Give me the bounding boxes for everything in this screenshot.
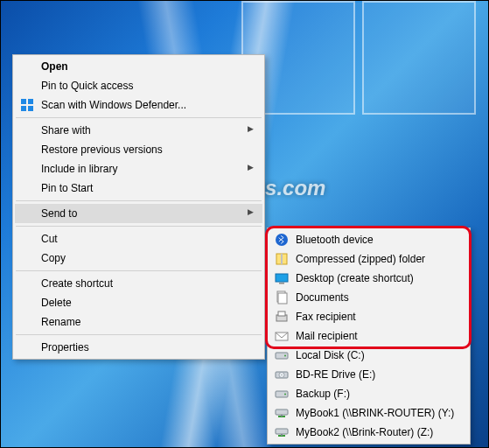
menu-item[interactable]: Restore previous versions — [15, 140, 262, 159]
menu-item[interactable]: Compressed (zipped) folder — [269, 249, 468, 269]
menu-item[interactable]: Send to▶ — [15, 204, 262, 223]
menu-item-label: Local Disk (C:) — [296, 349, 447, 361]
menu-item-label: Share with — [41, 124, 241, 136]
menu-item[interactable]: Copy — [15, 248, 262, 268]
menu-item-label: Desktop (create shortcut) — [296, 272, 447, 284]
menu-item[interactable]: MyBook1 (\\BRINK-ROUTER) (Y:) — [269, 403, 468, 423]
menu-separator — [16, 270, 262, 271]
menu-item-label: Include in library — [41, 163, 241, 175]
menu-item-label: Send to — [41, 207, 241, 220]
menu-item-label: Delete — [41, 297, 241, 309]
svg-rect-24 — [281, 434, 283, 436]
svg-rect-0 — [21, 99, 26, 104]
svg-rect-22 — [281, 415, 283, 416]
menu-item[interactable]: Include in library▶ — [15, 159, 262, 178]
menu-item[interactable]: Documents — [269, 288, 468, 307]
menu-item-label: Fax recipient — [296, 311, 447, 323]
menu-separator — [16, 334, 262, 335]
fax-icon — [275, 310, 289, 324]
svg-rect-10 — [278, 293, 287, 304]
menu-item[interactable]: MyBook2 (\\Brink-Router) (Z:) — [269, 423, 468, 442]
menu-item[interactable]: Cut — [15, 229, 262, 248]
svg-rect-2 — [21, 106, 26, 111]
menu-item[interactable]: Local Disk (C:) — [269, 346, 468, 365]
desktop-icon — [275, 271, 289, 285]
menu-item[interactable]: Desktop (create shortcut) — [269, 269, 468, 288]
svg-rect-8 — [279, 283, 284, 284]
menu-item[interactable]: Bluetooth device — [269, 230, 468, 249]
svg-rect-21 — [276, 410, 288, 415]
menu-item[interactable]: Mail recipient — [269, 326, 468, 346]
menu-item[interactable]: BD-RE Drive (E:) — [269, 365, 468, 384]
menu-item[interactable]: Rename — [15, 312, 262, 332]
menu-item-label: Compressed (zipped) folder — [296, 253, 447, 265]
netdrive-icon — [275, 406, 289, 420]
menu-item[interactable]: Pin to Start — [15, 178, 262, 198]
svg-rect-3 — [28, 106, 33, 111]
menu-item[interactable]: Fax recipient — [269, 307, 468, 326]
svg-point-18 — [281, 374, 283, 376]
context-menu-sendto: Bluetooth deviceCompressed (zipped) fold… — [267, 228, 471, 444]
defender-icon — [20, 98, 34, 112]
submenu-arrow-icon: ▶ — [248, 124, 254, 133]
menu-item-label: Backup (F:) — [296, 388, 447, 400]
svg-rect-7 — [276, 274, 288, 282]
menu-separator — [16, 200, 262, 201]
svg-rect-6 — [281, 254, 283, 264]
menu-separator — [16, 226, 262, 227]
menu-item[interactable]: Open — [15, 57, 262, 76]
optical-icon — [275, 368, 289, 382]
svg-point-15 — [284, 355, 286, 357]
menu-item-label: Rename — [41, 316, 241, 328]
menu-item[interactable]: Scan with Windows Defender... — [15, 95, 262, 115]
svg-point-20 — [284, 394, 286, 396]
menu-item[interactable]: Backup (F:) — [269, 384, 468, 403]
menu-item[interactable]: Share with▶ — [15, 121, 262, 140]
menu-item-label: MyBook2 (\\Brink-Router) (Z:) — [296, 426, 447, 438]
menu-item[interactable]: Delete — [15, 293, 262, 312]
disk-icon — [275, 387, 289, 401]
menu-item-label: Create shortcut — [41, 277, 241, 290]
menu-item-label: Documents — [296, 291, 447, 304]
disk-icon — [275, 348, 289, 362]
menu-item-label: Bluetooth device — [296, 234, 447, 246]
menu-item-label: Scan with Windows Defender... — [41, 99, 241, 111]
submenu-arrow-icon: ▶ — [248, 163, 254, 172]
svg-rect-1 — [28, 99, 33, 104]
menu-item-label: Mail recipient — [296, 330, 447, 342]
bluetooth-icon — [275, 233, 289, 247]
menu-item-label: Cut — [41, 233, 241, 245]
menu-separator — [16, 117, 262, 118]
documents-icon — [275, 290, 289, 304]
menu-item-label: MyBook1 (\\BRINK-ROUTER) (Y:) — [296, 407, 454, 419]
netdrive-icon — [275, 425, 289, 439]
menu-item-label: Copy — [41, 252, 241, 264]
svg-rect-12 — [278, 312, 285, 316]
menu-item-label: Properties — [41, 341, 241, 354]
menu-item[interactable]: Pin to Quick access — [15, 76, 262, 95]
context-menu-main: OpenPin to Quick accessScan with Windows… — [12, 54, 265, 360]
menu-item-label: Open — [41, 60, 241, 73]
menu-item[interactable]: Create shortcut — [15, 274, 262, 293]
menu-item[interactable]: Properties — [15, 338, 262, 357]
menu-item-label: BD-RE Drive (E:) — [296, 368, 447, 381]
menu-item-label: Pin to Quick access — [41, 80, 241, 92]
submenu-arrow-icon: ▶ — [248, 207, 254, 216]
svg-rect-23 — [276, 429, 288, 434]
mail-icon — [275, 329, 289, 343]
menu-item-label: Pin to Start — [41, 182, 241, 194]
menu-item-label: Restore previous versions — [41, 144, 241, 156]
zip-icon — [275, 252, 289, 266]
